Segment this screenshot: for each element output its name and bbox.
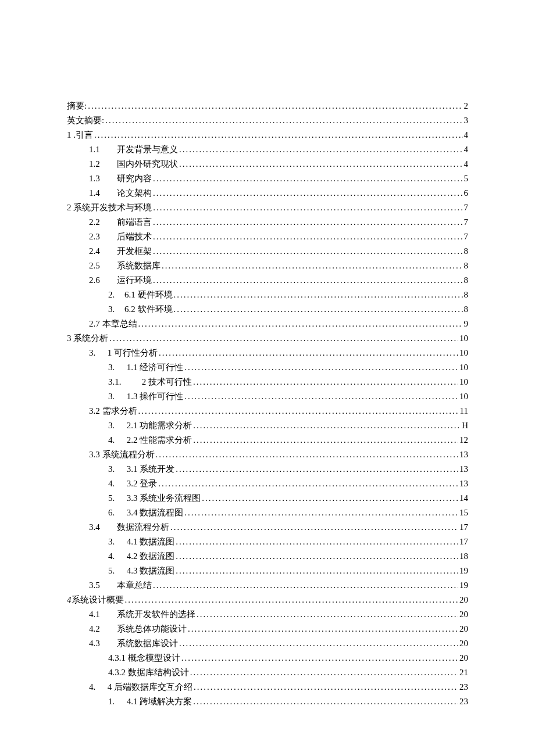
toc-label: 1.4论文架构: [89, 186, 152, 200]
toc-label: 6. 3.4 数据流程图: [108, 506, 183, 520]
toc-leader: [184, 506, 458, 520]
toc-page-number: 6: [464, 186, 469, 200]
toc-num: 1.4: [89, 186, 117, 200]
toc-label: 3.1. 2 技术可行性: [108, 375, 192, 389]
toc-label: 4. 4.2 数据流图: [108, 549, 174, 564]
toc-num: 2.6: [89, 273, 117, 288]
toc-page-number: 7: [464, 215, 469, 230]
toc-page-number: 3: [464, 113, 469, 128]
toc-entry: 2.2前端语言7: [67, 215, 468, 230]
toc-title: 研究内容: [117, 174, 152, 183]
toc-leader: [153, 215, 463, 230]
toc-entry: 英文摘要:3: [67, 113, 468, 128]
toc-label: 3. 4.1 数据流图: [108, 535, 174, 549]
toc-page-number: 17: [459, 535, 468, 549]
toc-leader: [179, 636, 458, 651]
toc-num: 3.2: [89, 406, 102, 415]
toc-num: 2.2: [89, 215, 117, 230]
toc-page-number: 9: [464, 317, 469, 331]
toc-num: 4.: [108, 549, 124, 564]
toc-page-number: 14: [459, 491, 468, 506]
toc-entry: 4.3系统数据库设计20: [67, 636, 468, 651]
toc-entry: 3. 1.1 经济可行性10: [67, 360, 468, 375]
toc-entry: 1.3研究内容5: [67, 171, 468, 186]
toc-leader: [170, 520, 458, 535]
toc-leader: [153, 578, 458, 593]
toc-leader: [153, 171, 463, 186]
toc-title: 系统流程分析: [102, 450, 155, 459]
toc-label: 摘要:: [67, 99, 87, 113]
toc-num: 1.3: [89, 171, 117, 186]
toc-num: 3.4: [89, 520, 117, 535]
toc-page-number: 19: [459, 578, 468, 593]
toc-label: 2 系统开发技术与环境: [67, 200, 152, 215]
toc-title: 4.1 数据流图: [124, 537, 174, 546]
toc-leader: [156, 447, 459, 462]
toc-label: 4.1系统开发软件的选择: [89, 607, 195, 622]
toc-num: 4.: [89, 680, 105, 694]
toc-label: 4. 3.2 登录: [108, 476, 157, 491]
toc-num: 5.: [108, 564, 124, 578]
toc-label: 4. 2.2 性能需求分析: [108, 433, 192, 447]
toc-title: 后端技术: [117, 232, 152, 241]
toc-num: 5.: [108, 491, 124, 506]
toc-page-number: 8: [464, 259, 469, 273]
toc-page-number: 20: [459, 622, 468, 636]
toc-page-number: 23: [459, 680, 468, 694]
toc-label: 英文摘要:: [67, 113, 104, 128]
toc-label: 2.7 本章总结: [89, 317, 137, 331]
toc-page-number: 21: [459, 665, 468, 680]
toc-num: 2.4: [89, 244, 117, 259]
toc-leader: [158, 476, 458, 491]
toc-entry: 4. 2.2 性能需求分析12: [67, 433, 468, 447]
toc-label: 4. 4 后端数据库交互介绍: [89, 680, 192, 694]
toc-leader: [153, 273, 463, 288]
toc-title: 系统数据库设计: [117, 639, 178, 648]
toc-label: 3. 2.1 功能需求分析: [108, 418, 192, 433]
toc-label: 1. 4.1 跨域解决方案: [108, 694, 192, 709]
toc-page-number: 4: [464, 128, 469, 142]
toc-page-number: 7: [464, 230, 469, 244]
toc-num: 4.: [108, 476, 124, 491]
toc-page-number: 2: [464, 99, 469, 113]
toc-title: 需求分析: [102, 406, 137, 415]
toc-leader: [174, 288, 463, 302]
toc-label: 2.4开发框架: [89, 244, 152, 259]
toc-title: 系统设计概要: [72, 595, 124, 604]
toc-entry: 3.5本章总结19: [67, 578, 468, 593]
toc-title: 论文架构: [117, 188, 152, 198]
toc-leader: [184, 389, 458, 404]
toc-page-number: 8: [464, 244, 469, 259]
toc-page-number: 8: [464, 302, 469, 317]
toc-title: 3 系统分析: [67, 334, 108, 343]
toc-leader: [193, 375, 458, 389]
toc-label: 5. 3.3 系统业务流程图: [108, 491, 201, 506]
toc-leader: [193, 433, 458, 447]
toc-entry: 2.5系统数据库8: [67, 259, 468, 273]
toc-entry: 6. 3.4 数据流程图15: [67, 506, 468, 520]
toc-leader: [153, 244, 463, 259]
toc-leader: [109, 331, 458, 346]
toc-entry: 3. 2.1 功能需求分析H: [67, 418, 468, 433]
toc-leader: [197, 607, 458, 622]
toc-leader: [88, 99, 462, 113]
toc-page-number: 23: [459, 694, 468, 709]
toc-entry: 3. 4.1 数据流图17: [67, 535, 468, 549]
toc-entry: 4.1系统开发软件的选择20: [67, 607, 468, 622]
toc-page: 摘要:2英文摘要:31 .引言41.1开发背景与意义41.2国内外研究现状41.…: [0, 0, 535, 756]
toc-title: 国内外研究现状: [117, 159, 178, 169]
toc-entry: 4. 4.2 数据流图18: [67, 549, 468, 564]
toc-title: 3.4 数据流程图: [124, 508, 183, 517]
toc-title: 3.2 登录: [124, 479, 157, 488]
toc-leader: [188, 622, 458, 636]
toc-leader: [179, 142, 463, 157]
toc-entry: 3.6.2 软件环境8: [67, 302, 468, 317]
toc-num: 1.1: [89, 142, 117, 157]
toc-title: 1.1 经济可行性: [124, 363, 183, 372]
toc-leader: [105, 113, 462, 128]
toc-label: 3. 1.3 操作可行性: [108, 389, 183, 404]
toc-entry: 3 系统分析10: [67, 331, 468, 346]
toc-leader: [176, 462, 458, 476]
toc-page-number: 4: [464, 142, 469, 157]
toc-label: 2.2前端语言: [89, 215, 152, 230]
